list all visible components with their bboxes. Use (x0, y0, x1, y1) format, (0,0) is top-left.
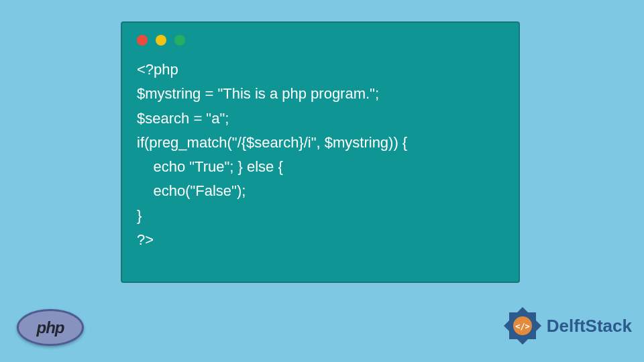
code-line: $mystring = "This is a php program."; (137, 85, 379, 102)
code-window: <?php $mystring = "This is a php program… (121, 21, 520, 283)
brand-icon: </> (502, 306, 543, 346)
code-line: echo "True"; } else { (137, 158, 283, 175)
minimize-icon (156, 35, 166, 46)
close-icon (137, 35, 148, 46)
php-logo-text: php (37, 318, 64, 337)
code-line: $search = "a"; (137, 110, 229, 127)
code-line: ?> (137, 231, 154, 248)
brand-name: DelftStack (547, 316, 632, 337)
php-logo: php (17, 309, 84, 346)
code-line: } (137, 207, 142, 224)
code-line: if(preg_match("/{$search}/i", $mystring)… (137, 134, 407, 151)
maximize-icon (174, 35, 185, 46)
window-controls (137, 35, 504, 46)
code-line: echo("False"); (137, 182, 246, 199)
code-content: <?php $mystring = "This is a php program… (137, 58, 504, 252)
svg-text:</>: </> (515, 322, 530, 331)
code-line: <?php (137, 61, 178, 78)
brand-logo: </> DelftStack (502, 306, 632, 346)
